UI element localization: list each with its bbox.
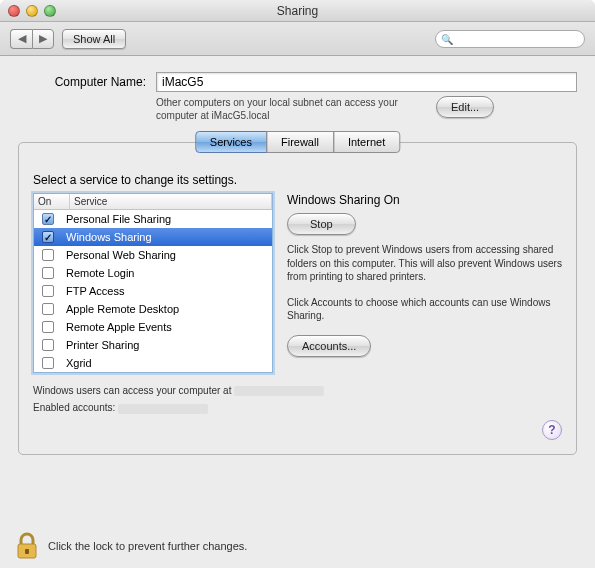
window-title: Sharing <box>0 4 595 18</box>
status-access: Windows users can access your computer a… <box>33 385 562 396</box>
stop-button[interactable]: Stop <box>287 213 356 235</box>
edit-button[interactable]: Edit... <box>436 96 494 118</box>
arrow-right-icon: ▶ <box>39 32 47 45</box>
detail-desc-2: Click Accounts to choose which accounts … <box>287 296 562 323</box>
service-checkbox[interactable] <box>42 249 54 261</box>
tab-services[interactable]: Services <box>195 131 267 153</box>
computer-name-label: Computer Name: <box>18 75 146 89</box>
service-name: Printer Sharing <box>60 339 268 351</box>
services-prompt: Select a service to change its settings. <box>33 173 562 187</box>
tab-firewall[interactable]: Firewall <box>266 131 334 153</box>
redacted-accounts <box>118 404 208 414</box>
search-icon: 🔍 <box>441 33 453 44</box>
services-group: ServicesFirewallInternet Select a servic… <box>18 142 577 455</box>
service-name: Xgrid <box>60 357 268 369</box>
service-name: Remote Login <box>60 267 268 279</box>
service-checkbox[interactable] <box>42 231 54 243</box>
service-checkbox[interactable] <box>42 285 54 297</box>
lock-text: Click the lock to prevent further change… <box>48 540 247 552</box>
tab-internet[interactable]: Internet <box>333 131 400 153</box>
tabstrip: ServicesFirewallInternet <box>195 131 400 153</box>
search-input[interactable]: 🔍 <box>435 30 585 48</box>
table-row[interactable]: Apple Remote Desktop <box>34 300 272 318</box>
redacted-address <box>234 386 324 396</box>
status-enabled-accounts: Enabled accounts: <box>33 402 562 413</box>
help-button[interactable]: ? <box>542 420 562 440</box>
table-row[interactable]: FTP Access <box>34 282 272 300</box>
service-checkbox[interactable] <box>42 339 54 351</box>
service-name: Personal Web Sharing <box>60 249 268 261</box>
content: Computer Name: Other computers on your l… <box>0 56 595 465</box>
service-name: Windows Sharing <box>60 231 268 243</box>
col-header-on[interactable]: On <box>34 194 70 209</box>
service-name: FTP Access <box>60 285 268 297</box>
services-table[interactable]: On Service Personal File SharingWindows … <box>33 193 273 373</box>
service-checkbox[interactable] <box>42 321 54 333</box>
computer-name-hint: Other computers on your local subnet can… <box>156 96 426 122</box>
service-name: Apple Remote Desktop <box>60 303 268 315</box>
service-name: Personal File Sharing <box>60 213 268 225</box>
forward-button[interactable]: ▶ <box>32 29 54 49</box>
table-row[interactable]: Remote Apple Events <box>34 318 272 336</box>
titlebar: Sharing <box>0 0 595 22</box>
col-header-service[interactable]: Service <box>70 194 272 209</box>
lock-icon[interactable] <box>14 532 40 560</box>
service-checkbox[interactable] <box>42 213 54 225</box>
service-checkbox[interactable] <box>42 267 54 279</box>
service-detail: Windows Sharing On Stop Click Stop to pr… <box>287 193 562 373</box>
arrow-left-icon: ◀ <box>18 32 26 45</box>
detail-title: Windows Sharing On <box>287 193 562 207</box>
toolbar: ◀ ▶ Show All 🔍 <box>0 22 595 56</box>
computer-name-field[interactable] <box>156 72 577 92</box>
table-row[interactable]: Windows Sharing <box>34 228 272 246</box>
service-checkbox[interactable] <box>42 357 54 369</box>
nav-back-forward[interactable]: ◀ ▶ <box>10 29 54 49</box>
table-row[interactable]: Xgrid <box>34 354 272 372</box>
accounts-button[interactable]: Accounts... <box>287 335 371 357</box>
service-checkbox[interactable] <box>42 303 54 315</box>
service-name: Remote Apple Events <box>60 321 268 333</box>
table-row[interactable]: Personal Web Sharing <box>34 246 272 264</box>
table-row[interactable]: Remote Login <box>34 264 272 282</box>
detail-desc-1: Click Stop to prevent Windows users from… <box>287 243 562 284</box>
table-row[interactable]: Personal File Sharing <box>34 210 272 228</box>
back-button[interactable]: ◀ <box>10 29 32 49</box>
table-row[interactable]: Printer Sharing <box>34 336 272 354</box>
show-all-button[interactable]: Show All <box>62 29 126 49</box>
svg-rect-1 <box>25 549 29 554</box>
